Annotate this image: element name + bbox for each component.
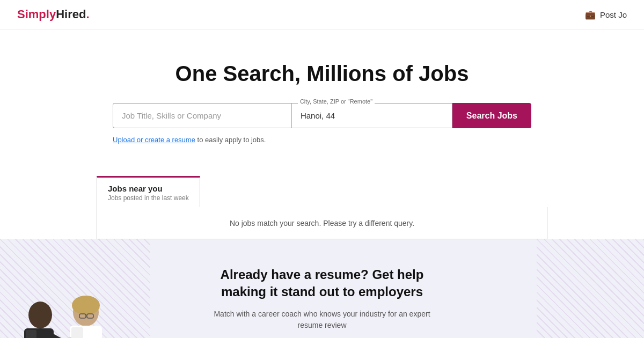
people-illustration [0,283,134,338]
resume-bg-right [537,239,644,338]
logo-dot: . [86,8,89,21]
location-search-input[interactable] [291,103,452,128]
location-label: City, State, ZIP or "Remote" [298,98,375,105]
resume-section-title: Already have a resume? Get help making i… [209,266,435,301]
logo[interactable]: SimplyHired. [17,8,90,21]
job-search-input[interactable] [113,103,291,128]
post-jobs-link[interactable]: 💼 Post Jo [585,10,627,20]
tab-title: Jobs near you [108,184,189,193]
tabs-section: Jobs near you Jobs posted in the last we… [97,176,547,239]
search-bar: City, State, ZIP or "Remote" Search Jobs [113,103,531,128]
resume-link-suffix: to easily apply to jobs. [195,136,266,144]
tab-subtitle: Jobs posted in the last week [108,194,189,202]
briefcase-icon: 💼 [585,10,596,20]
svg-rect-2 [26,330,36,338]
resume-link-row: Upload or create a resume to easily appl… [113,136,531,144]
header: SimplyHired. 💼 Post Jo [0,0,644,30]
no-results-message: No jobs match your search. Please try a … [219,208,425,238]
svg-rect-5 [71,327,83,338]
post-jobs-label: Post Jo [600,10,627,19]
location-wrapper: City, State, ZIP or "Remote" [291,103,452,128]
resume-bg-left [0,239,150,338]
tabs-row: Jobs near you Jobs posted in the last we… [97,176,547,207]
resume-link[interactable]: Upload or create a resume [113,136,195,144]
svg-point-0 [28,302,52,328]
resume-section-description: Match with a career coach who knows your… [209,308,435,331]
logo-hired: Hired [56,8,86,21]
resume-content: Already have a resume? Get help making i… [209,266,435,338]
logo-simply: Simply [17,8,56,21]
jobs-results-container: No jobs match your search. Please try a … [97,207,547,239]
hero-title: One Search, Millions of Jobs [175,62,469,86]
svg-point-6 [72,296,100,315]
stripe-pattern-right [537,239,644,338]
tab-jobs-near-you[interactable]: Jobs near you Jobs posted in the last we… [97,176,200,207]
search-jobs-button[interactable]: Search Jobs [452,103,531,128]
main-section: One Search, Millions of Jobs City, State… [0,30,644,160]
resume-section: Already have a resume? Get help making i… [0,239,644,338]
